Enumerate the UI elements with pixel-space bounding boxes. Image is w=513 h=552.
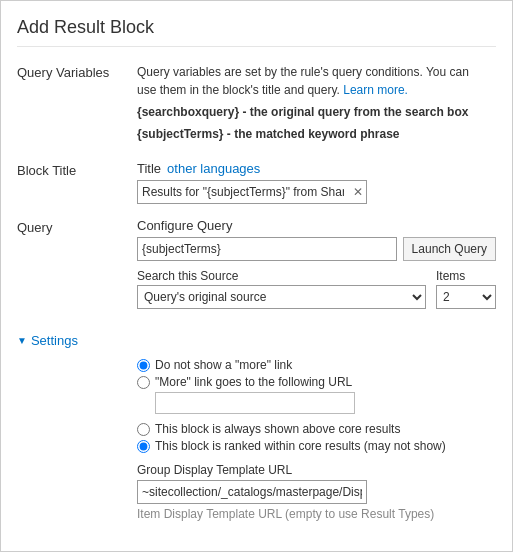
query-variables-content: Query variables are set by the rule's qu… xyxy=(137,63,496,147)
radio-more-url[interactable] xyxy=(137,376,150,389)
radio-no-more-row: Do not show a "more" link xyxy=(137,358,496,372)
items-label: Items xyxy=(436,269,496,283)
query-variables-info1: Query variables are set by the rule's qu… xyxy=(137,63,496,99)
radio-no-more-label: Do not show a "more" link xyxy=(155,358,292,372)
query-content: Configure Query Launch Query Search this… xyxy=(137,218,496,319)
title-label: Title xyxy=(137,161,161,176)
source-items-row: Search this Source Query's original sour… xyxy=(137,269,496,309)
radio-ranked-label: This block is ranked within core results… xyxy=(155,439,446,453)
source-select[interactable]: Query's original source xyxy=(137,285,426,309)
group-display-input[interactable] xyxy=(137,480,367,504)
settings-content: Do not show a "more" link "More" link go… xyxy=(17,358,496,521)
query-variables-info3: {searchboxquery} - the original query fr… xyxy=(137,103,496,121)
settings-label: Settings xyxy=(31,333,78,348)
item-display-label: Item Display Template URL (empty to use … xyxy=(137,507,496,521)
group-display-section: Group Display Template URL Item Display … xyxy=(137,463,496,521)
more-link-url-input[interactable] xyxy=(155,392,355,414)
more-link-radio-group: Do not show a "more" link "More" link go… xyxy=(137,358,496,414)
title-input[interactable] xyxy=(137,180,367,204)
block-title-label: Block Title xyxy=(17,161,137,204)
search-source-label: Search this Source xyxy=(137,269,426,283)
title-row: Title other languages xyxy=(137,161,496,176)
query-label: Query xyxy=(17,218,137,319)
title-input-wrap: ✕ xyxy=(137,180,367,204)
query-input-row: Launch Query xyxy=(137,237,496,261)
radio-more-url-row: "More" link goes to the following URL xyxy=(137,375,496,389)
launch-query-button[interactable]: Launch Query xyxy=(403,237,496,261)
learn-more-link[interactable]: Learn more. xyxy=(343,83,408,97)
page-title: Add Result Block xyxy=(17,17,496,47)
query-section: Query Configure Query Launch Query Searc… xyxy=(17,218,496,319)
add-result-block-panel: Add Result Block Query Variables Query v… xyxy=(0,0,513,552)
other-languages-link[interactable]: other languages xyxy=(167,161,260,176)
items-column: Items 2 xyxy=(436,269,496,309)
block-title-content: Title other languages ✕ xyxy=(137,161,496,204)
settings-header[interactable]: ▼ Settings xyxy=(17,333,496,348)
query-variables-info4: {subjectTerms} - the matched keyword phr… xyxy=(137,125,496,143)
settings-chevron-icon: ▼ xyxy=(17,335,27,346)
radio-above-core-row: This block is always shown above core re… xyxy=(137,422,496,436)
radio-no-more[interactable] xyxy=(137,359,150,372)
items-select[interactable]: 2 xyxy=(436,285,496,309)
query-variables-label: Query Variables xyxy=(17,63,137,147)
query-input[interactable] xyxy=(137,237,397,261)
configure-query-label: Configure Query xyxy=(137,218,496,233)
source-column: Search this Source Query's original sour… xyxy=(137,269,426,309)
title-clear-button[interactable]: ✕ xyxy=(353,186,363,198)
query-variables-section: Query Variables Query variables are set … xyxy=(17,63,496,147)
settings-section: ▼ Settings Do not show a "more" link "Mo… xyxy=(17,333,496,521)
block-title-section: Block Title Title other languages ✕ xyxy=(17,161,496,204)
radio-above-core[interactable] xyxy=(137,423,150,436)
core-results-radio-group: This block is always shown above core re… xyxy=(137,422,496,453)
group-display-label: Group Display Template URL xyxy=(137,463,496,477)
radio-above-core-label: This block is always shown above core re… xyxy=(155,422,400,436)
radio-ranked[interactable] xyxy=(137,440,150,453)
radio-more-url-label: "More" link goes to the following URL xyxy=(155,375,352,389)
radio-ranked-row: This block is ranked within core results… xyxy=(137,439,496,453)
